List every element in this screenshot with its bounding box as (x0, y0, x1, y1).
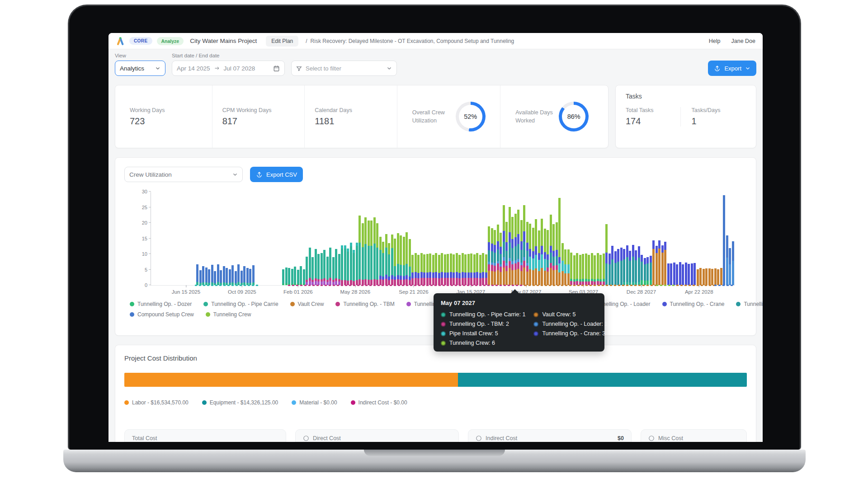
bar[interactable] (538, 230, 540, 285)
bar[interactable] (717, 269, 719, 285)
bar[interactable] (226, 268, 228, 285)
bar[interactable] (356, 243, 358, 285)
bar[interactable] (691, 263, 693, 285)
bar[interactable] (458, 255, 461, 285)
bar[interactable] (688, 264, 690, 285)
bar[interactable] (297, 270, 299, 285)
legend-item[interactable]: Vault Crew (290, 301, 324, 307)
bar[interactable] (438, 255, 440, 285)
bar[interactable] (658, 240, 660, 285)
bar[interactable] (514, 214, 517, 285)
bar[interactable] (614, 251, 617, 285)
bar[interactable] (252, 265, 255, 285)
bar[interactable] (409, 239, 411, 285)
bar[interactable] (520, 220, 523, 285)
bar[interactable] (329, 248, 331, 285)
bar[interactable] (720, 268, 722, 285)
bar[interactable] (699, 268, 702, 285)
bar[interactable] (656, 246, 658, 285)
view-select[interactable]: Analytics (115, 61, 165, 76)
bar[interactable] (300, 266, 302, 285)
bar[interactable] (697, 269, 699, 285)
bar[interactable] (450, 253, 452, 285)
bar[interactable] (376, 223, 378, 285)
bar[interactable] (315, 249, 317, 285)
bar[interactable] (214, 271, 216, 285)
bar[interactable] (294, 267, 296, 285)
legend-item[interactable]: Tunnelling Op. - Dozer (130, 301, 192, 307)
legend-item[interactable]: Tunnelling Op. - Crane (662, 301, 725, 307)
bar[interactable] (464, 254, 467, 285)
cost-segment-equipment[interactable] (458, 373, 747, 387)
bar[interactable] (397, 233, 399, 285)
bar[interactable] (714, 268, 717, 286)
bar[interactable] (535, 219, 537, 285)
bar[interactable] (682, 264, 684, 285)
bar[interactable] (708, 268, 711, 285)
bar[interactable] (491, 228, 493, 285)
bar[interactable] (529, 224, 531, 285)
bar[interactable] (664, 242, 666, 285)
bar[interactable] (246, 268, 249, 285)
bar[interactable] (693, 263, 696, 285)
bar[interactable] (505, 222, 508, 285)
legend-item[interactable]: Tunnelling Op. - Pipe Carrie (203, 301, 278, 307)
bar[interactable] (435, 253, 437, 285)
bar[interactable] (497, 225, 499, 285)
bar[interactable] (288, 268, 290, 285)
bar[interactable] (321, 253, 323, 285)
bar[interactable] (370, 221, 373, 285)
bar[interactable] (561, 243, 564, 285)
bar[interactable] (417, 255, 420, 285)
bar[interactable] (220, 270, 222, 285)
bar[interactable] (547, 230, 549, 285)
bar[interactable] (403, 237, 405, 285)
bar[interactable] (444, 254, 446, 285)
bar[interactable] (532, 228, 534, 286)
bar[interactable] (368, 221, 370, 285)
date-range-input[interactable]: Apr 14 2025 Jul 07 2028 (172, 61, 285, 76)
bar[interactable] (550, 215, 552, 285)
bar[interactable] (626, 245, 628, 285)
bar[interactable] (564, 249, 566, 285)
bar[interactable] (429, 253, 431, 285)
bar[interactable] (558, 198, 561, 285)
bar[interactable] (500, 233, 502, 285)
bar[interactable] (594, 255, 596, 285)
bar[interactable] (732, 241, 734, 285)
bar[interactable] (456, 253, 458, 285)
bar[interactable] (217, 264, 219, 285)
bar[interactable] (652, 240, 655, 285)
bar[interactable] (509, 207, 511, 285)
bar[interactable] (243, 266, 245, 285)
bar[interactable] (676, 264, 678, 285)
bar[interactable] (609, 253, 611, 285)
bar[interactable] (711, 269, 713, 285)
bar[interactable] (362, 223, 364, 285)
legend-item[interactable]: Tunnelling Op. - TBM (335, 301, 394, 307)
user-menu[interactable]: Jane Doe (731, 38, 755, 44)
bar[interactable] (415, 253, 417, 285)
bar[interactable] (661, 245, 664, 285)
bar[interactable] (453, 254, 455, 285)
bar[interactable] (482, 253, 484, 285)
bar[interactable] (205, 267, 208, 285)
bar[interactable] (411, 255, 414, 285)
legend-item[interactable]: Tunnelling Op. - Backhoe (736, 301, 763, 307)
bar[interactable] (729, 248, 731, 285)
bar[interactable] (359, 216, 361, 285)
bar[interactable] (341, 245, 343, 285)
bar[interactable] (620, 248, 623, 285)
bar[interactable] (196, 264, 198, 285)
bar[interactable] (199, 270, 202, 285)
bar[interactable] (650, 256, 652, 285)
bar[interactable] (646, 257, 649, 285)
bar[interactable] (291, 269, 293, 285)
legend-item[interactable]: Tunneling Crew (206, 311, 251, 318)
bar[interactable] (644, 258, 646, 285)
bar[interactable] (726, 235, 728, 285)
bar[interactable] (473, 254, 476, 285)
bar[interactable] (223, 266, 225, 285)
bar[interactable] (332, 257, 335, 285)
bar[interactable] (406, 232, 408, 285)
